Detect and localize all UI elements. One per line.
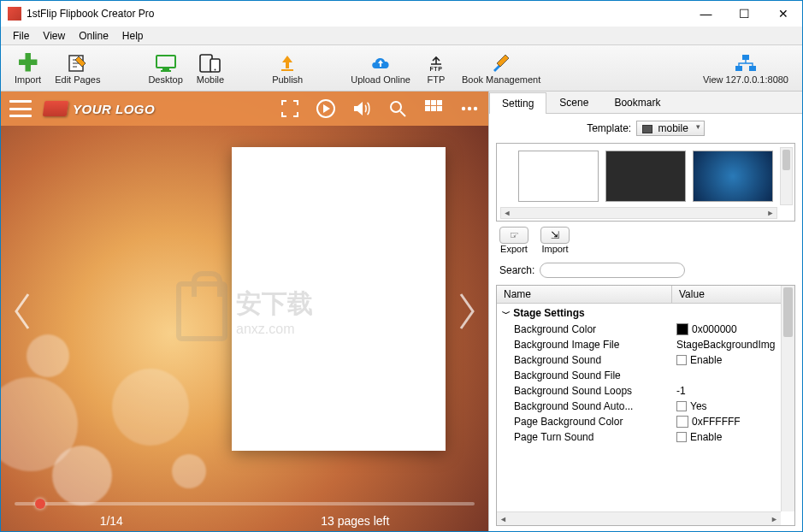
svg-point-6 (215, 68, 216, 70)
setting-name: Background Image File (514, 339, 676, 351)
close-button[interactable]: ✕ (764, 1, 802, 27)
setting-value-text: StageBackgroundImg (676, 339, 775, 351)
grid-scrollbar-h[interactable]: ◄► (497, 511, 781, 525)
import-settings-button[interactable]: ⇲ Import (540, 227, 570, 254)
setting-value[interactable]: 0x000000 (676, 323, 794, 335)
thumbs-scrollbar-h[interactable]: ◄► (500, 207, 777, 219)
setting-name: Background Sound (514, 354, 676, 366)
volume-icon[interactable] (351, 98, 372, 119)
edit-pages-button[interactable]: Edit Pages (48, 47, 107, 90)
thumbs-scrollbar-v[interactable] (780, 147, 793, 205)
upload-online-button[interactable]: Upload Online (344, 47, 417, 90)
menu-help[interactable]: Help (115, 28, 151, 44)
setting-value[interactable]: Enable (676, 354, 794, 366)
search-icon[interactable] (387, 98, 408, 119)
next-page-button[interactable] (454, 286, 480, 337)
maximize-button[interactable]: ☐ (725, 1, 764, 27)
svg-point-20 (468, 107, 471, 110)
fullscreen-icon[interactable] (280, 98, 300, 119)
setting-name: Page Turn Sound (514, 431, 676, 443)
svg-point-21 (474, 107, 477, 110)
menu-hamburger-icon[interactable] (9, 100, 32, 117)
tab-bookmark[interactable]: Bookmark (601, 92, 673, 113)
setting-row[interactable]: Background Sound Auto...Yes (497, 399, 794, 414)
view-address-label: View 127.0.0.1:8080 (703, 74, 788, 85)
mobile-button[interactable]: Mobile (190, 47, 231, 90)
publish-button[interactable]: Publish (265, 47, 310, 90)
setting-value[interactable]: 0xFFFFFF (676, 416, 794, 428)
checkbox-icon[interactable] (676, 401, 687, 411)
setting-name: Background Sound Loops (514, 385, 676, 397)
setting-row[interactable]: Background Image FileStageBackgroundImg (497, 337, 794, 352)
book-mgmt-label: Book Management (462, 74, 540, 85)
svg-rect-8 (742, 55, 749, 60)
setting-row[interactable]: Background SoundEnable (497, 352, 794, 368)
page-slider[interactable] (15, 502, 475, 505)
plus-icon: ✚ (16, 52, 40, 74)
template-value: mobile (658, 122, 688, 134)
svg-rect-1 (156, 56, 175, 68)
group-label: Stage Settings (513, 307, 584, 319)
svg-point-19 (462, 107, 465, 110)
tools-icon (489, 52, 513, 74)
svg-rect-17 (431, 106, 436, 111)
import-button[interactable]: ✚ Import (8, 47, 48, 90)
export-button[interactable]: ☞ Export (499, 227, 528, 254)
setting-value[interactable] (676, 369, 794, 381)
col-value[interactable]: Value (672, 286, 794, 303)
play-icon[interactable] (316, 98, 336, 119)
svg-rect-9 (735, 66, 742, 71)
svg-rect-13 (425, 100, 430, 105)
ftp-button[interactable]: FTP FTP (417, 47, 455, 90)
col-name[interactable]: Name (497, 286, 672, 303)
tab-scene[interactable]: Scene (546, 92, 601, 113)
settings-grid: Name Value ﹀ Stage Settings Background C… (496, 285, 795, 526)
setting-row[interactable]: Page Turn SoundEnable (497, 429, 794, 445)
template-thumbnails: White Black Abstract ◄► (496, 143, 795, 222)
setting-value-text: -1 (676, 385, 686, 397)
menu-view[interactable]: View (36, 28, 72, 44)
watermark: 安下载 anxz.com (176, 281, 313, 341)
edit-pages-label: Edit Pages (55, 74, 100, 85)
setting-row[interactable]: Background Sound Loops-1 (497, 383, 794, 399)
setting-row[interactable]: Page Background Color0xFFFFFF (497, 414, 794, 429)
setting-row[interactable]: Background Color0x000000 (497, 322, 794, 337)
logo: YOUR LOGO (44, 101, 155, 116)
more-icon[interactable] (459, 98, 480, 119)
view-address-button[interactable]: View 127.0.0.1:8080 (696, 47, 795, 90)
setting-value[interactable]: StageBackgroundImg (676, 339, 794, 351)
search-input[interactable] (540, 263, 685, 278)
prev-page-button[interactable] (9, 286, 35, 337)
window-title: 1stFlip Flipbook Creator Pro (27, 8, 687, 20)
template-select[interactable]: mobile (636, 121, 705, 136)
search-label: Search: (499, 264, 534, 276)
setting-value[interactable]: Yes (676, 400, 794, 412)
setting-row[interactable]: Background Sound File (497, 368, 794, 383)
svg-rect-3 (161, 70, 171, 72)
publish-label: Publish (272, 74, 303, 85)
setting-name: Background Sound Auto... (514, 400, 676, 412)
svg-rect-7 (281, 69, 293, 71)
import-icon: ⇲ (540, 227, 570, 244)
ftp-label: FTP (428, 74, 446, 85)
import-settings-label: Import (541, 244, 568, 254)
devices-icon (198, 52, 222, 74)
desktop-button[interactable]: Desktop (141, 47, 189, 90)
book-management-button[interactable]: Book Management (455, 47, 547, 90)
tab-setting[interactable]: Setting (489, 92, 546, 114)
grid-scrollbar-v[interactable] (781, 286, 794, 511)
svg-rect-10 (749, 66, 756, 71)
menu-online[interactable]: Online (72, 28, 115, 44)
setting-value[interactable]: Enable (676, 431, 794, 443)
desktop-label: Desktop (148, 74, 182, 85)
network-icon (734, 52, 758, 74)
upload-label: Upload Online (351, 74, 410, 85)
group-stage-settings[interactable]: ﹀ Stage Settings (497, 304, 794, 322)
menu-file[interactable]: File (6, 28, 36, 44)
checkbox-icon[interactable] (676, 355, 687, 365)
minimize-button[interactable]: — (687, 1, 725, 27)
grid-icon[interactable] (423, 98, 444, 119)
setting-value[interactable]: -1 (676, 385, 794, 397)
setting-value-text: Yes (690, 400, 707, 412)
checkbox-icon[interactable] (676, 432, 687, 442)
